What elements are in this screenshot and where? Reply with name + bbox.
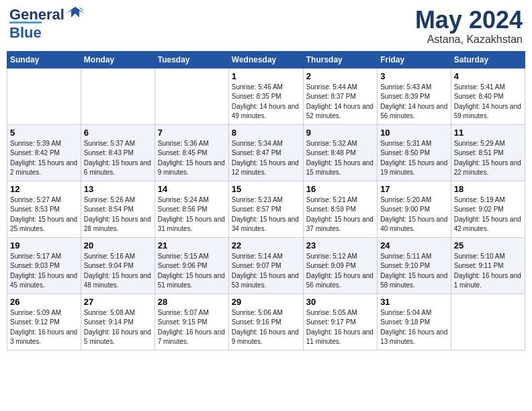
logo: General Blue <box>9 7 85 42</box>
day-number: 31 <box>380 297 448 307</box>
day-info: Sunrise: 5:26 AMSunset: 8:54 PMDaylight:… <box>84 195 152 234</box>
col-tuesday: Tuesday <box>154 51 228 68</box>
day-info: Sunrise: 5:23 AMSunset: 8:57 PMDaylight:… <box>232 195 300 234</box>
logo-bird-icon <box>66 4 85 23</box>
week-row-4: 19Sunrise: 5:17 AMSunset: 9:03 PMDayligh… <box>7 237 525 293</box>
day-number: 30 <box>306 297 374 307</box>
day-number: 8 <box>232 128 300 138</box>
day-number: 29 <box>232 297 300 307</box>
day-cell: 26Sunrise: 5:09 AMSunset: 9:12 PMDayligh… <box>7 293 81 350</box>
day-info: Sunrise: 5:06 AMSunset: 9:16 PMDaylight:… <box>232 308 300 347</box>
day-info: Sunrise: 5:37 AMSunset: 8:43 PMDaylight:… <box>84 139 152 178</box>
day-number: 12 <box>10 184 78 194</box>
day-cell: 28Sunrise: 5:07 AMSunset: 9:15 PMDayligh… <box>154 293 228 350</box>
day-cell: 27Sunrise: 5:08 AMSunset: 9:14 PMDayligh… <box>81 293 154 350</box>
title-block: May 2024 Astana, Kazakhstan <box>415 7 523 46</box>
day-cell: 22Sunrise: 5:14 AMSunset: 9:07 PMDayligh… <box>228 237 303 293</box>
day-cell: 6Sunrise: 5:37 AMSunset: 8:43 PMDaylight… <box>81 124 154 181</box>
col-sunday: Sunday <box>7 51 81 68</box>
col-saturday: Saturday <box>451 51 525 68</box>
day-number: 4 <box>454 71 522 81</box>
day-number: 27 <box>84 297 152 307</box>
day-cell: 13Sunrise: 5:26 AMSunset: 8:54 PMDayligh… <box>81 181 154 237</box>
week-row-5: 26Sunrise: 5:09 AMSunset: 9:12 PMDayligh… <box>7 293 525 350</box>
day-info: Sunrise: 5:10 AMSunset: 9:11 PMDaylight:… <box>454 252 522 291</box>
day-cell <box>451 293 525 350</box>
day-info: Sunrise: 5:39 AMSunset: 8:42 PMDaylight:… <box>10 139 78 178</box>
day-info: Sunrise: 5:09 AMSunset: 9:12 PMDaylight:… <box>10 308 78 347</box>
day-info: Sunrise: 5:31 AMSunset: 8:50 PMDaylight:… <box>380 139 448 178</box>
day-number: 28 <box>158 297 226 307</box>
month-title: May 2024 <box>415 7 523 34</box>
day-cell: 5Sunrise: 5:39 AMSunset: 8:42 PMDaylight… <box>7 124 81 181</box>
day-info: Sunrise: 5:19 AMSunset: 9:02 PMDaylight:… <box>454 195 522 234</box>
day-number: 26 <box>10 297 78 307</box>
day-info: Sunrise: 5:04 AMSunset: 9:18 PMDaylight:… <box>380 308 448 347</box>
day-cell: 21Sunrise: 5:15 AMSunset: 9:06 PMDayligh… <box>154 237 228 293</box>
day-cell: 25Sunrise: 5:10 AMSunset: 9:11 PMDayligh… <box>451 237 525 293</box>
week-row-1: 1Sunrise: 5:46 AMSunset: 8:35 PMDaylight… <box>7 68 525 124</box>
calendar-body: 1Sunrise: 5:46 AMSunset: 8:35 PMDaylight… <box>7 68 525 350</box>
day-number: 22 <box>232 240 300 250</box>
day-number: 19 <box>10 240 78 250</box>
week-row-3: 12Sunrise: 5:27 AMSunset: 8:53 PMDayligh… <box>7 181 525 237</box>
day-number: 13 <box>84 184 152 194</box>
day-number: 11 <box>454 128 522 138</box>
day-cell: 11Sunrise: 5:29 AMSunset: 8:51 PMDayligh… <box>451 124 525 181</box>
day-number: 20 <box>84 240 152 250</box>
day-number: 9 <box>306 128 374 138</box>
day-info: Sunrise: 5:21 AMSunset: 8:59 PMDaylight:… <box>306 195 374 234</box>
day-info: Sunrise: 5:36 AMSunset: 8:45 PMDaylight:… <box>158 139 226 178</box>
day-cell: 4Sunrise: 5:41 AMSunset: 8:40 PMDaylight… <box>451 68 525 124</box>
day-number: 3 <box>380 71 448 81</box>
day-number: 7 <box>158 128 226 138</box>
day-info: Sunrise: 5:17 AMSunset: 9:03 PMDaylight:… <box>10 252 78 291</box>
day-number: 15 <box>232 184 300 194</box>
day-info: Sunrise: 5:46 AMSunset: 8:35 PMDaylight:… <box>232 83 300 122</box>
day-cell: 23Sunrise: 5:12 AMSunset: 9:09 PMDayligh… <box>303 237 377 293</box>
day-cell: 20Sunrise: 5:16 AMSunset: 9:04 PMDayligh… <box>81 237 154 293</box>
day-info: Sunrise: 5:32 AMSunset: 8:48 PMDaylight:… <box>306 139 374 178</box>
day-number: 10 <box>380 128 448 138</box>
day-cell: 10Sunrise: 5:31 AMSunset: 8:50 PMDayligh… <box>378 124 451 181</box>
header-row: Sunday Monday Tuesday Wednesday Thursday… <box>7 51 525 68</box>
day-number: 2 <box>306 71 374 81</box>
page-header: General Blue May 2024 Astana, Kazakhstan <box>7 7 525 46</box>
day-cell <box>154 68 228 124</box>
day-number: 24 <box>380 240 448 250</box>
day-info: Sunrise: 5:43 AMSunset: 8:39 PMDaylight:… <box>380 83 448 122</box>
day-info: Sunrise: 5:07 AMSunset: 9:15 PMDaylight:… <box>158 308 226 347</box>
svg-marker-0 <box>66 7 85 17</box>
day-number: 23 <box>306 240 374 250</box>
day-number: 16 <box>306 184 374 194</box>
col-friday: Friday <box>378 51 451 68</box>
day-info: Sunrise: 5:24 AMSunset: 8:56 PMDaylight:… <box>158 195 226 234</box>
day-cell: 3Sunrise: 5:43 AMSunset: 8:39 PMDaylight… <box>378 68 451 124</box>
day-info: Sunrise: 5:14 AMSunset: 9:07 PMDaylight:… <box>232 252 300 291</box>
day-info: Sunrise: 5:34 AMSunset: 8:47 PMDaylight:… <box>232 139 300 178</box>
day-cell: 17Sunrise: 5:20 AMSunset: 9:00 PMDayligh… <box>378 181 451 237</box>
day-number: 14 <box>158 184 226 194</box>
day-info: Sunrise: 5:44 AMSunset: 8:37 PMDaylight:… <box>306 83 374 122</box>
day-cell: 30Sunrise: 5:05 AMSunset: 9:17 PMDayligh… <box>303 293 377 350</box>
day-info: Sunrise: 5:27 AMSunset: 8:53 PMDaylight:… <box>10 195 78 234</box>
calendar-table: Sunday Monday Tuesday Wednesday Thursday… <box>7 51 525 351</box>
day-number: 25 <box>454 240 522 250</box>
day-cell: 1Sunrise: 5:46 AMSunset: 8:35 PMDaylight… <box>228 68 303 124</box>
day-cell <box>7 68 81 124</box>
col-thursday: Thursday <box>303 51 377 68</box>
day-info: Sunrise: 5:11 AMSunset: 9:10 PMDaylight:… <box>380 252 448 291</box>
day-number: 5 <box>10 128 78 138</box>
day-cell: 14Sunrise: 5:24 AMSunset: 8:56 PMDayligh… <box>154 181 228 237</box>
day-number: 17 <box>380 184 448 194</box>
logo-text-blue: Blue <box>9 21 42 42</box>
day-cell: 24Sunrise: 5:11 AMSunset: 9:10 PMDayligh… <box>378 237 451 293</box>
day-cell: 2Sunrise: 5:44 AMSunset: 8:37 PMDaylight… <box>303 68 377 124</box>
day-cell: 12Sunrise: 5:27 AMSunset: 8:53 PMDayligh… <box>7 181 81 237</box>
day-info: Sunrise: 5:15 AMSunset: 9:06 PMDaylight:… <box>158 252 226 291</box>
col-monday: Monday <box>81 51 154 68</box>
day-info: Sunrise: 5:08 AMSunset: 9:14 PMDaylight:… <box>84 308 152 347</box>
week-row-2: 5Sunrise: 5:39 AMSunset: 8:42 PMDaylight… <box>7 124 525 181</box>
day-cell: 18Sunrise: 5:19 AMSunset: 9:02 PMDayligh… <box>451 181 525 237</box>
col-wednesday: Wednesday <box>228 51 303 68</box>
